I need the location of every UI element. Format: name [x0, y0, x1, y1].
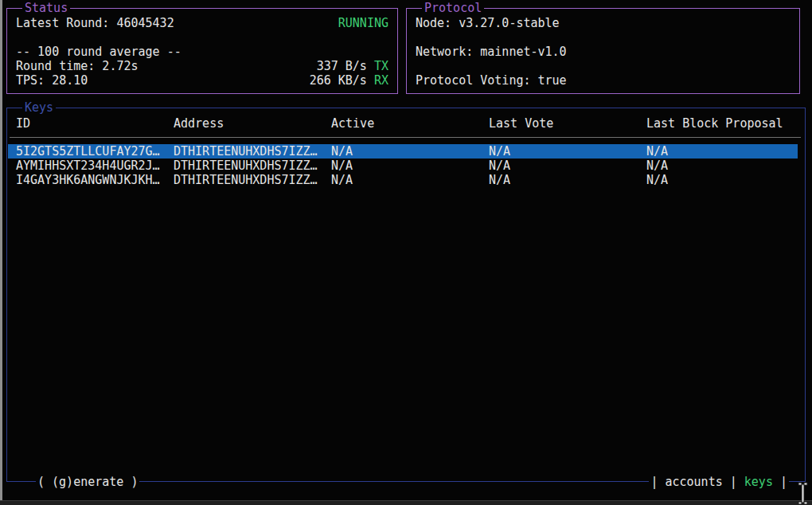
tab-accounts[interactable]: accounts [665, 475, 722, 489]
column-header-address: Address [174, 116, 224, 131]
protocol-voting-text: Protocol Voting: true [416, 73, 791, 88]
table-row[interactable]: I4GAY3HK6ANGWNJKJKH… DTHIRTEENUHXDHS7IZZ… [8, 173, 798, 187]
column-header-last-vote: Last Vote [489, 116, 553, 131]
key-last-vote-cell: N/A [489, 144, 510, 159]
rx-rate-text: 266 KB/s RX [310, 73, 388, 88]
key-active-cell: N/A [331, 173, 353, 187]
column-header-last-block-proposal: Last Block Proposal [646, 116, 783, 131]
table-row[interactable]: AYMIHHSXT234H4UGR2J… DTHIRTEENUHXDHS7IZZ… [8, 159, 798, 173]
keys-panel: Keys ID Address Active Last Vote Last Bl… [6, 108, 806, 482]
terminal-frame-bottom [0, 500, 812, 505]
rx-label: RX [374, 73, 388, 88]
key-active-cell: N/A [331, 144, 353, 159]
key-id-cell: I4GAY3HK6ANGWNJKJKH… [16, 173, 160, 187]
protocol-panel-title: Protocol [422, 1, 484, 15]
key-last-vote-cell: N/A [489, 159, 510, 173]
tab-divider: | [650, 475, 658, 489]
key-last-block-proposal-cell: N/A [646, 173, 668, 187]
tab-divider: | [730, 475, 737, 489]
terminal-frame-left [0, 0, 2, 505]
key-active-cell: N/A [331, 159, 353, 173]
status-panel-title: Status [22, 1, 70, 15]
status-panel: Status Latest Round: 46045432 RUNNING --… [6, 8, 398, 94]
tx-rate-value: 337 B/s [317, 59, 367, 73]
generate-button[interactable]: ( (g)enerate ) [36, 475, 139, 489]
column-header-id: ID [16, 116, 30, 131]
node-version-text: Node: v3.27.0-stable [416, 16, 791, 30]
key-id-cell: 5I2GTS5ZTLLCUFAY27G… [16, 144, 160, 159]
latest-round-text: Latest Round: 46045432 [16, 16, 388, 30]
text-cursor-icon [796, 482, 810, 505]
table-row[interactable]: 5I2GTS5ZTLLCUFAY27G… DTHIRTEENUHXDHS7IZZ… [8, 144, 798, 159]
tab-keys[interactable]: keys [744, 475, 773, 489]
tx-label: TX [374, 59, 388, 73]
protocol-panel: Protocol Node: v3.27.0-stable Network: m… [406, 8, 800, 94]
key-address-cell: DTHIRTEENUHXDHS7IZZ… [174, 144, 318, 159]
header-separator [10, 137, 801, 138]
network-text: Network: mainnet-v1.0 [416, 45, 791, 59]
key-id-cell: AYMIHHSXT234H4UGR2J… [16, 159, 160, 173]
keys-panel-title: Keys [22, 100, 56, 115]
key-last-vote-cell: N/A [489, 173, 510, 187]
view-tabbar: | accounts | keys | [649, 475, 789, 489]
key-address-cell: DTHIRTEENUHXDHS7IZZ… [174, 173, 318, 187]
round-average-banner: -- 100 round average -- [16, 45, 388, 59]
tx-rate-text: 337 B/s TX [317, 59, 388, 73]
key-last-block-proposal-cell: N/A [646, 159, 668, 173]
column-header-active: Active [331, 116, 374, 131]
tab-divider: | [780, 475, 787, 489]
node-state-badge: RUNNING [338, 16, 388, 30]
key-address-cell: DTHIRTEENUHXDHS7IZZ… [174, 159, 318, 173]
terminal-window: Status Latest Round: 46045432 RUNNING --… [0, 0, 812, 505]
key-last-block-proposal-cell: N/A [646, 144, 668, 159]
rx-rate-value: 266 KB/s [310, 73, 367, 88]
